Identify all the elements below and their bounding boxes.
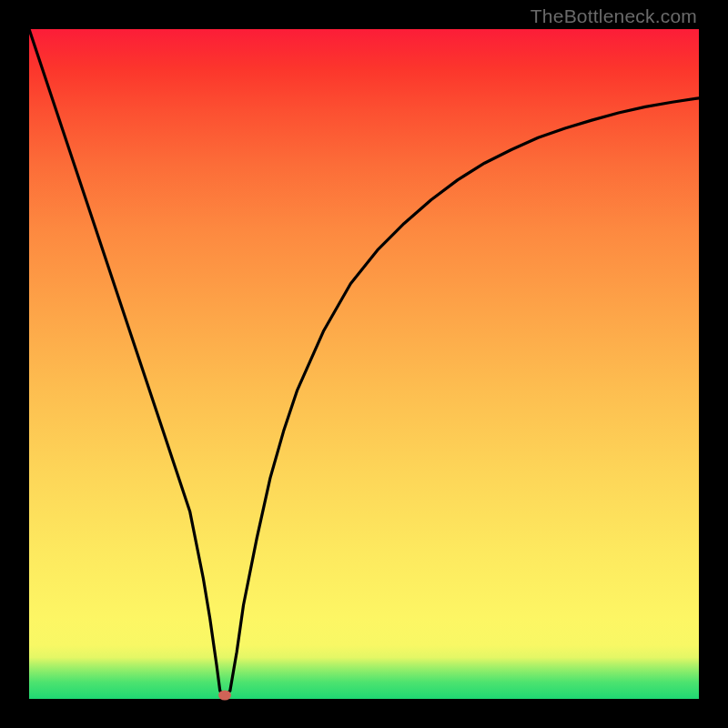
watermark-text: TheBottleneck.com [531, 5, 697, 27]
chart-frame: TheBottleneck.com [0, 0, 728, 728]
plot-area [29, 29, 699, 699]
bottleneck-curve [29, 29, 699, 699]
curve-path [29, 29, 699, 694]
minimum-marker [218, 690, 231, 700]
